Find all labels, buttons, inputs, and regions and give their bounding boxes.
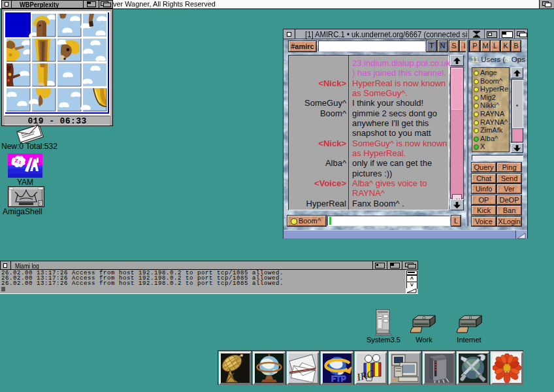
svg-text:C: C <box>39 201 42 206</box>
svg-text:IRC: IRC <box>357 368 375 383</box>
svg-text:FTP: FTP <box>331 374 346 383</box>
